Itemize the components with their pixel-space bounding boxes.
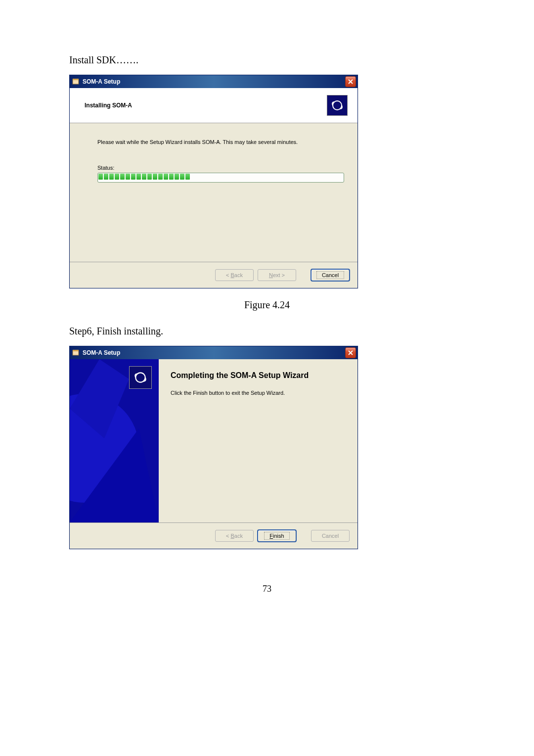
progress-block bbox=[175, 174, 179, 180]
close-button[interactable] bbox=[345, 76, 356, 87]
next-mnemonic: N bbox=[269, 272, 273, 278]
status-label: Status: bbox=[97, 165, 338, 171]
progress-block bbox=[153, 174, 157, 180]
spiral-icon bbox=[134, 371, 147, 384]
progress-bar bbox=[97, 173, 344, 183]
finish-button[interactable]: Finish bbox=[258, 530, 296, 542]
svg-rect-1 bbox=[73, 79, 79, 80]
cancel-button[interactable]: Cancel bbox=[311, 269, 350, 281]
progress-block bbox=[142, 174, 146, 180]
installer-dialog-installing: SOM-A Setup Installing SOM-A Please wait… bbox=[69, 75, 358, 288]
button-row: < Back Next > Cancel bbox=[70, 262, 357, 288]
cancel-label: Cancel bbox=[316, 271, 344, 279]
close-icon bbox=[348, 350, 353, 355]
finish-suffix: inish bbox=[273, 533, 284, 539]
progress-block bbox=[180, 174, 184, 180]
svg-rect-0 bbox=[73, 80, 79, 84]
spacer bbox=[70, 188, 357, 262]
next-button: Next > bbox=[258, 269, 296, 281]
svg-rect-4 bbox=[73, 350, 79, 351]
header-title: Installing SOM-A bbox=[85, 102, 132, 109]
back-prefix: < bbox=[226, 272, 230, 278]
dialog-content: Please wait while the Setup Wizard insta… bbox=[70, 123, 357, 188]
window-title: SOM-A Setup bbox=[83, 349, 342, 356]
progress-block bbox=[98, 174, 103, 180]
completion-description: Click the Finish button to exit the Setu… bbox=[171, 390, 346, 396]
document-page: Install SDK……. SOM-A Setup Installing SO… bbox=[0, 0, 534, 623]
intro-text: Install SDK……. bbox=[69, 54, 465, 66]
window-title: SOM-A Setup bbox=[83, 78, 342, 85]
progress-block bbox=[126, 174, 130, 180]
page-number: 73 bbox=[69, 584, 465, 594]
titlebar: SOM-A Setup bbox=[70, 75, 357, 88]
cancel-button: Cancel bbox=[311, 530, 350, 542]
close-button[interactable] bbox=[345, 347, 356, 358]
progress-block bbox=[120, 174, 125, 180]
progress-block bbox=[185, 174, 190, 180]
back-button: < Back bbox=[215, 269, 254, 281]
installer-icon bbox=[72, 78, 80, 86]
progress-block bbox=[115, 174, 119, 180]
back-mnemonic: B bbox=[231, 533, 234, 539]
installer-icon bbox=[72, 349, 80, 357]
step6-text: Step6, Finish installing. bbox=[69, 326, 465, 337]
back-mnemonic: B bbox=[231, 272, 234, 278]
progress-block bbox=[147, 174, 152, 180]
titlebar: SOM-A Setup bbox=[70, 346, 357, 359]
button-row: < Back Finish Cancel bbox=[70, 523, 357, 549]
progress-block bbox=[109, 174, 114, 180]
progress-block bbox=[164, 174, 168, 180]
back-suffix: ack bbox=[234, 272, 243, 278]
dialog-body: Completing the SOM-A Setup Wizard Click … bbox=[70, 359, 357, 522]
cancel-label: Cancel bbox=[316, 532, 344, 540]
svg-rect-3 bbox=[73, 351, 79, 355]
progress-block bbox=[169, 174, 174, 180]
gap bbox=[300, 530, 307, 542]
side-graphic bbox=[70, 359, 159, 522]
gap bbox=[300, 269, 307, 281]
back-suffix: ack bbox=[234, 533, 243, 539]
back-prefix: < bbox=[226, 533, 230, 539]
figure-caption: Figure 4.24 bbox=[69, 299, 465, 311]
progress-block bbox=[158, 174, 163, 180]
install-message: Please wait while the Setup Wizard insta… bbox=[97, 139, 338, 145]
product-logo bbox=[327, 95, 348, 116]
completion-heading: Completing the SOM-A Setup Wizard bbox=[171, 371, 346, 380]
dialog-header: Installing SOM-A bbox=[70, 88, 357, 123]
spiral-icon bbox=[331, 99, 344, 112]
next-suffix: ext > bbox=[273, 272, 285, 278]
progress-block bbox=[104, 174, 108, 180]
progress-block bbox=[136, 174, 141, 180]
product-logo bbox=[129, 366, 152, 389]
right-pane: Completing the SOM-A Setup Wizard Click … bbox=[159, 359, 357, 522]
close-icon bbox=[348, 79, 353, 84]
progress-block bbox=[131, 174, 135, 180]
back-button: < Back bbox=[215, 530, 254, 542]
installer-dialog-complete: SOM-A Setup bbox=[69, 346, 358, 549]
